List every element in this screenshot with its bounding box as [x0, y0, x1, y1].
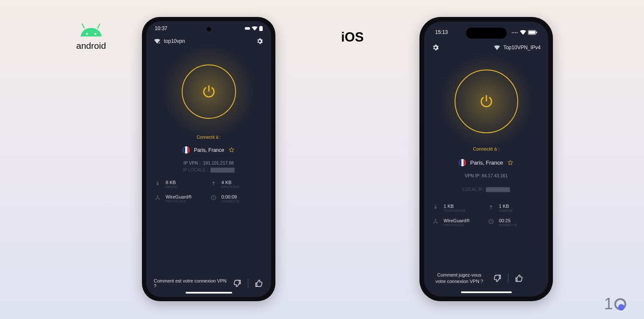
- svg-rect-3: [97, 23, 100, 29]
- location-text: Paris, France: [470, 160, 503, 166]
- clock-icon: [488, 218, 495, 225]
- network-icon: [494, 45, 500, 50]
- server-location-row[interactable]: Paris, France: [146, 146, 271, 154]
- stat-protocol: WireGuard®PROTOCOLE: [433, 218, 485, 227]
- android-badge: android: [76, 23, 106, 51]
- svg-rect-14: [529, 31, 536, 34]
- protocol-icon: [155, 195, 161, 201]
- network-icon: [154, 39, 161, 44]
- ios-phone-frame: 15:13 •••• Top10VPN_IPv4: [419, 17, 553, 301]
- ip-local-row: IP LOCALE : ▇▇▇▇▇▇▇: [146, 167, 271, 172]
- camera-dot: [207, 27, 211, 31]
- dynamic-island: [466, 28, 507, 39]
- battery-icon: [259, 26, 263, 31]
- separator: [248, 279, 248, 288]
- signal-icon: ••••: [512, 31, 518, 34]
- france-flag-icon: [183, 146, 190, 154]
- ip-vpn-row: IP VPN : 191.101.217.88: [146, 160, 271, 165]
- svg-rect-5: [245, 27, 250, 30]
- feedback-question: Comment est votre connexion VPN ?: [154, 278, 227, 288]
- power-icon: [201, 84, 217, 99]
- stat-protocol: WireGuard®PROTOCOLE: [155, 194, 207, 203]
- ip-vpn-row: VPN IP: 84.17.43.161: [424, 173, 548, 178]
- thumbs-down-button[interactable]: [233, 279, 242, 288]
- stat-upload: 1 KBCHARGÉ: [488, 204, 540, 212]
- svg-point-9: [157, 196, 158, 197]
- server-location-row[interactable]: Paris, France: [424, 159, 548, 166]
- home-indicator[interactable]: [461, 291, 512, 293]
- france-flag-icon: [459, 159, 466, 166]
- svg-point-0: [86, 33, 88, 35]
- svg-point-16: [435, 219, 436, 221]
- ip-local-row: LOCAL IP: ▇▇▇▇▇▇▇: [424, 187, 548, 192]
- favorite-toggle[interactable]: [507, 160, 514, 166]
- location-text: Paris, France: [194, 147, 224, 153]
- stat-duration: 00:25CONNECTÉ: [488, 218, 540, 227]
- svg-rect-15: [536, 31, 537, 33]
- stat-download: 8 KBREÇUS: [155, 180, 207, 188]
- connect-toggle-button[interactable]: [455, 70, 518, 133]
- arrow-up-icon: [211, 180, 217, 187]
- network-name[interactable]: Top10VPN_IPv4: [503, 45, 541, 50]
- stat-download: 1 KBTÉLÉCHARGÉ: [433, 204, 485, 212]
- feedback-question: Comment jugez-vous votre connexion VPN ?: [432, 272, 487, 285]
- power-icon: [479, 94, 494, 109]
- svg-rect-6: [259, 26, 263, 31]
- stat-duration: 0:00:09CONNECTÉ: [211, 194, 263, 203]
- thumbs-down-button[interactable]: [493, 274, 502, 283]
- watermark-logo: 1: [604, 295, 634, 313]
- favorite-toggle[interactable]: [228, 147, 235, 153]
- network-name[interactable]: top10vpn: [164, 38, 185, 44]
- status-time: 10:37: [155, 25, 167, 31]
- stat-upload: 4 KBENVOYÉES: [211, 180, 263, 188]
- battery-icon: [528, 30, 537, 35]
- arrow-down-icon: [155, 180, 161, 187]
- ios-label: iOS: [341, 30, 364, 45]
- thumbs-up-button[interactable]: [254, 279, 264, 288]
- home-indicator[interactable]: [186, 292, 232, 294]
- clock-icon: [211, 195, 217, 201]
- protocol-icon: [433, 218, 439, 225]
- settings-button[interactable]: [432, 44, 439, 51]
- android-label: android: [76, 41, 106, 51]
- thumbs-up-button[interactable]: [514, 274, 524, 283]
- status-time: 15:13: [435, 29, 448, 35]
- connect-toggle-button[interactable]: [182, 64, 236, 119]
- android-phone-frame: 10:37 top10vpn Connecté: [142, 17, 275, 301]
- arrow-down-icon: [433, 204, 439, 211]
- watermark-one: 1: [604, 295, 613, 313]
- arrow-up-icon: [488, 204, 495, 211]
- vpn-indicator-icon: [245, 26, 250, 31]
- svg-rect-2: [81, 23, 85, 29]
- settings-button[interactable]: [256, 37, 264, 45]
- wifi-icon: [520, 30, 526, 35]
- svg-point-1: [94, 33, 96, 35]
- separator: [508, 274, 508, 283]
- wifi-icon: [252, 26, 258, 31]
- svg-rect-7: [261, 26, 262, 27]
